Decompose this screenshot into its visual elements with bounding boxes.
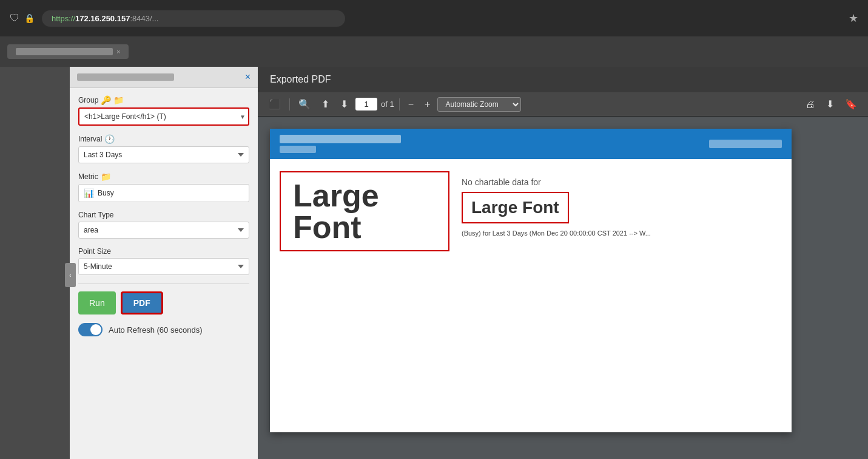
auto-refresh-row: Auto Refresh (60 seconds) (78, 323, 249, 336)
shield-icon: 🛡 (10, 13, 19, 24)
auto-refresh-toggle[interactable] (78, 323, 103, 336)
toggle-knob (90, 324, 101, 335)
group-dropdown-arrow[interactable]: ▼ (240, 114, 246, 120)
pdf-bookmark-button[interactable]: 🔖 (841, 96, 861, 112)
interval-label: Interval 🕐 (78, 134, 249, 144)
pdf-chart-right: No chartable data for Large Font (Busy) … (462, 171, 782, 237)
pdf-subtitle-blurred (280, 146, 316, 153)
pdf-large-font-text: Large Font (293, 178, 379, 245)
folder-icon: 📁 (113, 95, 124, 105)
nav-tab-label (16, 48, 113, 55)
toolbar-separator-2 (399, 98, 400, 110)
pdf-page-total: of 1 (381, 100, 394, 109)
metric-folder-icon: 📁 (101, 172, 111, 182)
pdf-scroll-down-button[interactable]: ⬇ (337, 96, 352, 112)
panel-close-icon[interactable]: × (245, 72, 251, 83)
url-host: 172.16.250.157 (75, 14, 130, 23)
metric-value: Busy (98, 189, 114, 197)
group-field-value: <h1>Large Font</h1> (T) (79, 109, 240, 124)
interval-select[interactable]: Last 3 Days (78, 146, 249, 163)
url-rest: /... (150, 14, 158, 23)
pdf-zoom-out-button[interactable]: − (405, 97, 417, 112)
pdf-viewer: Exported PDF ⬛ 🔍 ⬆ ⬇ of 1 − + Automatic … (258, 67, 868, 459)
bookmark-star-icon[interactable]: ★ (849, 12, 858, 25)
pdf-title-blurred (280, 135, 401, 143)
chart-type-label: Chart Type (78, 211, 249, 219)
chart-type-select[interactable]: area (78, 222, 249, 239)
toolbar-separator-1 (289, 98, 290, 110)
button-row: Run PDF (78, 291, 249, 314)
pdf-scroll-up-button[interactable]: ⬆ (318, 96, 333, 112)
url-port: :8443 (130, 14, 150, 23)
panel-tab-header: × (70, 67, 258, 88)
pdf-header-right-blurred (709, 140, 782, 148)
metric-field: 📊 Busy (78, 184, 249, 202)
group-field-container[interactable]: <h1>Large Font</h1> (T) ▼ (78, 107, 249, 126)
form-divider (78, 284, 249, 284)
control-panel: × Group 🔑 📁 <h1>Large Font</h1> (T) ▼ In… (70, 67, 258, 459)
pdf-large-font-box: Large Font (280, 171, 449, 251)
pdf-button[interactable]: PDF (121, 291, 163, 314)
pdf-search-button[interactable]: 🔍 (295, 96, 314, 112)
pdf-sidebar-toggle-button[interactable]: ⬛ (265, 96, 284, 112)
address-bar[interactable]: https://172.16.250.157:8443/... (42, 10, 345, 27)
group-label-text: Group (78, 96, 98, 104)
pdf-no-data-text: No chartable data for (462, 177, 782, 187)
pdf-page-blue-header (270, 129, 792, 159)
point-size-label: Point Size (78, 247, 249, 256)
metric-label-text: Metric (78, 172, 98, 181)
pdf-chart-section: Large Font No chartable data for Large F… (270, 159, 792, 264)
point-size-label-text: Point Size (78, 247, 111, 256)
point-size-section: Point Size 5-Minute (78, 247, 249, 275)
main-layout: ‹ × Group 🔑 📁 <h1>Large Font</h1> (T) ▼ (0, 67, 868, 459)
pdf-content-area: Large Font No chartable data for Large F… (258, 117, 868, 459)
interval-label-text: Interval (78, 135, 102, 143)
run-button[interactable]: Run (78, 291, 116, 314)
nav-bar: × (0, 36, 868, 67)
pdf-viewer-header: Exported PDF (258, 67, 868, 92)
browser-icons: 🛡 🔒 (10, 13, 35, 24)
metric-display-icon: 📊 (84, 188, 94, 198)
browser-chrome: 🛡 🔒 https://172.16.250.157:8443/... ★ (0, 0, 868, 36)
panel-tab-label (77, 73, 174, 81)
interval-section: Interval 🕐 Last 3 Days (78, 134, 249, 163)
pdf-zoom-select[interactable]: Automatic Zoom (437, 97, 521, 112)
nav-tab[interactable]: × (7, 44, 129, 59)
nav-tab-close-icon[interactable]: × (116, 48, 120, 55)
pdf-header-title: Exported PDF (270, 74, 331, 84)
pdf-caption: (Busy) for Last 3 Days (Mon Dec 20 00:00… (462, 229, 782, 237)
group-section: Group 🔑 📁 <h1>Large Font</h1> (T) ▼ (78, 95, 249, 126)
pdf-zoom-in-button[interactable]: + (421, 97, 434, 112)
chart-type-label-text: Chart Type (78, 211, 113, 219)
collapse-sidebar-button[interactable]: ‹ (65, 263, 76, 287)
group-label: Group 🔑 📁 (78, 95, 249, 105)
key-icon: 🔑 (101, 95, 111, 105)
chart-type-section: Chart Type area (78, 211, 249, 239)
url-secure: https:// (52, 14, 75, 23)
auto-refresh-label: Auto Refresh (60 seconds) (109, 325, 203, 335)
pdf-header-left (280, 135, 401, 153)
pdf-toolbar: ⬛ 🔍 ⬆ ⬇ of 1 − + Automatic Zoom 🖨 ⬇ 🔖 (258, 92, 868, 117)
pdf-no-data-font-text: Large Font (471, 198, 559, 217)
pdf-no-data-font-box: Large Font (462, 192, 569, 223)
lock-icon: 🔒 (24, 13, 35, 23)
pdf-page: Large Font No chartable data for Large F… (270, 129, 792, 432)
clock-icon: 🕐 (104, 134, 115, 144)
pdf-print-button[interactable]: 🖨 (802, 97, 819, 112)
metric-section: Metric 📁 📊 Busy (78, 172, 249, 202)
metric-label: Metric 📁 (78, 172, 249, 182)
left-sidebar: ‹ (0, 67, 70, 459)
pdf-download-button[interactable]: ⬇ (823, 96, 838, 112)
pdf-page-input[interactable] (355, 98, 377, 110)
panel-form: Group 🔑 📁 <h1>Large Font</h1> (T) ▼ Inte… (70, 88, 258, 459)
point-size-select[interactable]: 5-Minute (78, 258, 249, 275)
